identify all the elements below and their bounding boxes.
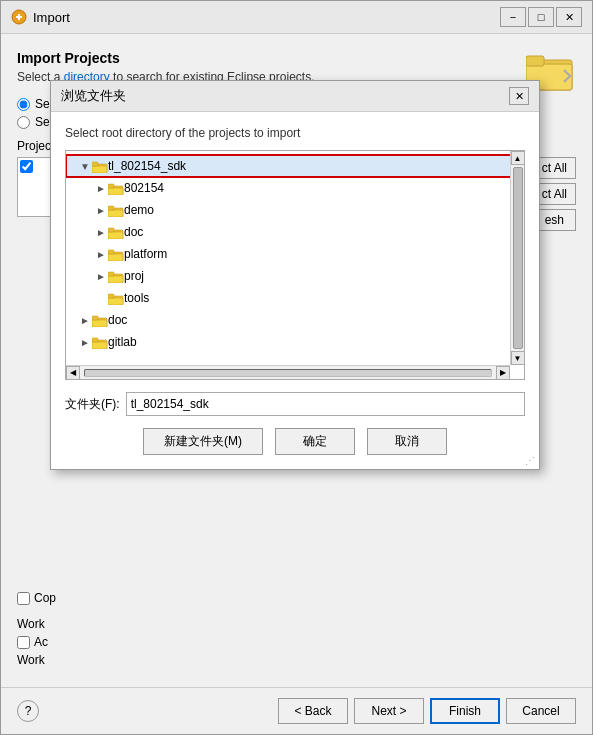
tree-item-label: platform [124,247,167,261]
scroll-right-arrow[interactable]: ▶ [496,366,510,380]
working-set-value: Work [17,653,576,667]
tree-expand-arrow[interactable]: ► [94,205,108,216]
svg-rect-21 [108,272,114,276]
ok-button[interactable]: 确定 [275,428,355,455]
dialog-close-button[interactable]: ✕ [509,87,529,105]
tree-expand-arrow[interactable]: ► [78,337,92,348]
copy-checkbox-item: Cop [17,591,576,605]
close-button[interactable]: ✕ [556,7,582,27]
tree-item-label: tl_802154_sdk [108,159,186,173]
svg-rect-8 [108,188,123,195]
copy-checkbox[interactable] [17,592,30,605]
tree-item-label: proj [124,269,144,283]
svg-rect-20 [108,276,123,283]
import-title: Import Projects [17,50,314,66]
svg-rect-30 [92,338,98,342]
add-checkbox[interactable] [17,636,30,649]
dialog-buttons: 新建文件夹(M) 确定 取消 [65,428,525,455]
working-set-section: Work Ac Work [17,617,576,671]
tree-item-label: demo [124,203,154,217]
tree-row[interactable]: tools [66,287,524,309]
svg-rect-3 [526,56,544,66]
copy-label: Cop [34,591,56,605]
tree-expand-arrow[interactable]: ▼ [78,161,92,172]
browse-folder-dialog: 浏览文件夹 ✕ Select root directory of the pro… [50,80,540,470]
folder-icon [108,204,124,217]
svg-rect-15 [108,228,114,232]
tree-content: ▼ tl_802154_sdk ► [66,151,524,357]
add-label: Ac [34,635,48,649]
working-set-label: Work [17,617,576,631]
tree-row[interactable]: ▼ tl_802154_sdk [66,155,524,177]
dialog-subtitle: Select root directory of the projects to… [65,126,525,140]
tree-item-label: tools [124,291,149,305]
finish-button[interactable]: Finish [430,698,500,724]
project-checkbox[interactable] [20,160,33,173]
svg-rect-26 [92,320,107,327]
svg-rect-17 [108,254,123,261]
svg-rect-11 [108,210,123,217]
tree-row[interactable]: ► doc [66,309,524,331]
dialog-title: 浏览文件夹 [61,87,126,105]
help-button[interactable]: ? [17,700,39,722]
svg-rect-9 [108,184,114,188]
tree-item-label: doc [108,313,127,327]
svg-rect-27 [92,316,98,320]
tree-expand-arrow[interactable]: ► [94,183,108,194]
scroll-down-arrow[interactable]: ▼ [511,351,525,365]
folder-icon [92,336,108,349]
footer-buttons: ? < Back Next > Finish Cancel [1,687,592,734]
tree-row[interactable]: ► proj [66,265,524,287]
resize-handle[interactable]: ⋰ [525,455,537,467]
folder-input[interactable] [126,392,525,416]
window-icon [11,9,27,25]
svg-rect-24 [108,294,114,298]
tree-row[interactable]: ► doc [66,221,524,243]
tree-item-label: 802154 [124,181,164,195]
svg-rect-12 [108,206,114,210]
folder-icon [92,160,108,173]
svg-rect-29 [92,342,107,349]
back-button[interactable]: < Back [278,698,348,724]
maximize-button[interactable]: □ [528,7,554,27]
svg-rect-18 [108,250,114,254]
title-bar: Import − □ ✕ [1,1,592,34]
folder-icon [108,292,124,305]
folder-icon [108,270,124,283]
dialog-body: Select root directory of the projects to… [51,112,539,469]
tree-item-label: doc [124,225,143,239]
next-button[interactable]: Next > [354,698,424,724]
folder-icon [92,314,108,327]
tree-row[interactable]: ► platform [66,243,524,265]
tree-row[interactable]: ► gitlab [66,331,524,353]
project-item [20,160,33,173]
minimize-button[interactable]: − [500,7,526,27]
tree-row[interactable]: ► demo [66,199,524,221]
scroll-left-arrow[interactable]: ◀ [66,366,80,380]
folder-icon [108,226,124,239]
vertical-scrollbar[interactable]: ▲ ▼ [510,151,524,365]
radio-select-2[interactable] [17,116,30,129]
scroll-thumb[interactable] [513,167,523,349]
folder-icon [108,182,124,195]
tree-container[interactable]: ▼ tl_802154_sdk ► [65,150,525,380]
cancel-button[interactable]: Cancel [506,698,576,724]
tree-row[interactable]: ► 802154 [66,177,524,199]
radio-select-1[interactable] [17,98,30,111]
scroll-up-arrow[interactable]: ▲ [511,151,525,165]
tree-expand-arrow[interactable]: ► [94,271,108,282]
tree-expand-arrow[interactable]: ► [78,315,92,326]
tree-expand-arrow[interactable]: ► [94,249,108,260]
svg-rect-5 [92,166,107,173]
tree-expand-arrow[interactable]: ► [94,227,108,238]
footer-right: < Back Next > Finish Cancel [278,698,576,724]
add-checkbox-item: Ac [17,635,576,649]
svg-rect-23 [108,298,123,305]
title-bar-left: Import [11,9,70,25]
horizontal-scrollbar[interactable]: ◀ ▶ [66,365,510,379]
new-folder-button[interactable]: 新建文件夹(M) [143,428,263,455]
dialog-cancel-button[interactable]: 取消 [367,428,447,455]
horizontal-scroll-track[interactable] [84,369,492,377]
folder-icon [108,248,124,261]
folder-field-row: 文件夹(F): [65,392,525,416]
